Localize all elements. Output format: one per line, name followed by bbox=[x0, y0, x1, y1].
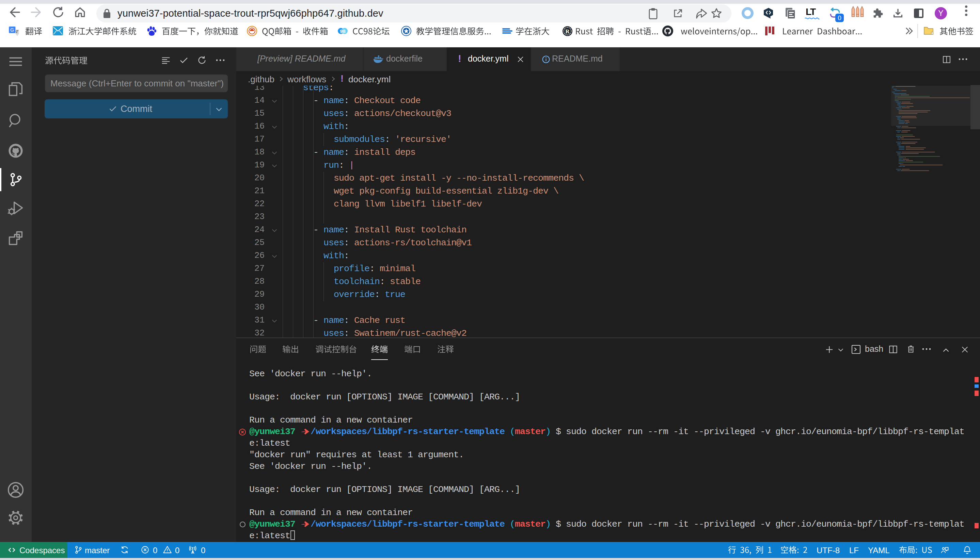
svg-text:R: R bbox=[565, 28, 570, 35]
svg-text:98: 98 bbox=[340, 28, 346, 34]
svg-text:G: G bbox=[10, 27, 14, 33]
